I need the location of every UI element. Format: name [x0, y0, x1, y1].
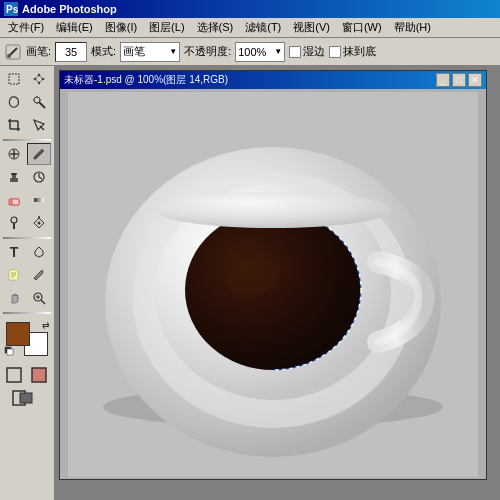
- svg-rect-47: [32, 368, 46, 382]
- menu-filter[interactable]: 滤镜(T): [239, 18, 287, 37]
- canvas-area: 未标器-1.psd @ 100%(图层 14,RGB) _ □ ✕: [55, 66, 500, 500]
- menu-help[interactable]: 帮助(H): [388, 18, 437, 37]
- tool-row-3: [2, 114, 52, 136]
- text-tool-icon: T: [10, 244, 19, 260]
- svg-rect-25: [11, 173, 17, 175]
- brush-size-input[interactable]: 35: [55, 42, 87, 62]
- svg-point-4: [7, 54, 11, 58]
- menu-select[interactable]: 选择(S): [191, 18, 240, 37]
- brush-tool[interactable]: [27, 143, 51, 165]
- opacity-select[interactable]: 100% ▼: [235, 42, 285, 62]
- brush-label: 画笔:: [26, 44, 51, 59]
- tool-divider-2: [3, 237, 51, 239]
- healing-tool[interactable]: [2, 143, 26, 165]
- magic-wand-tool[interactable]: [27, 91, 51, 113]
- options-bar: 画笔: 35 模式: 画笔 ▼ 不透明度: 100% ▼ 湿边 抹到底: [0, 38, 500, 66]
- app-icon: Ps: [4, 2, 18, 16]
- main-area: T: [0, 66, 500, 500]
- menu-file[interactable]: 文件(F): [2, 18, 50, 37]
- brush-icon: [4, 43, 22, 61]
- zoom-tool[interactable]: [27, 287, 51, 309]
- app-title: Adobe Photoshop: [22, 3, 117, 15]
- svg-marker-34: [35, 247, 43, 257]
- svg-point-30: [11, 217, 17, 223]
- document-titlebar: 未标器-1.psd @ 100%(图层 14,RGB) _ □ ✕: [60, 71, 486, 89]
- dodge-tool[interactable]: [2, 212, 26, 234]
- gradient-tool[interactable]: [27, 189, 51, 211]
- maximize-button[interactable]: □: [452, 73, 466, 87]
- airbrush-group: 抹到底: [329, 44, 376, 59]
- svg-point-56: [185, 210, 361, 370]
- eyedropper-tool[interactable]: [27, 264, 51, 286]
- svg-marker-6: [37, 73, 41, 85]
- text-tool[interactable]: T: [2, 241, 26, 263]
- tool-row-6: [2, 189, 52, 211]
- airbrush-label: 抹到底: [343, 44, 376, 59]
- wet-edges-label: 湿边: [303, 44, 325, 59]
- menu-edit[interactable]: 编辑(E): [50, 18, 99, 37]
- crop-tool[interactable]: [2, 114, 26, 136]
- tool-row-5: [2, 166, 52, 188]
- close-button[interactable]: ✕: [468, 73, 482, 87]
- menu-view[interactable]: 视图(V): [287, 18, 336, 37]
- standard-mode-btn[interactable]: [2, 364, 26, 386]
- tool-divider-1: [3, 139, 51, 141]
- svg-rect-5: [9, 74, 19, 84]
- mode-select[interactable]: 画笔 ▼: [120, 42, 180, 62]
- svg-rect-49: [20, 393, 32, 403]
- wet-edges-checkbox[interactable]: [289, 46, 301, 58]
- document-canvas: [60, 89, 486, 479]
- menu-window[interactable]: 窗口(W): [336, 18, 388, 37]
- shape-tool[interactable]: [27, 241, 51, 263]
- mode-dropdown-arrow: ▼: [169, 47, 177, 56]
- svg-marker-7: [33, 77, 45, 81]
- menu-layer[interactable]: 图层(L): [143, 18, 190, 37]
- notes-tool[interactable]: [2, 264, 26, 286]
- eraser-tool[interactable]: [2, 189, 26, 211]
- swap-colors-icon[interactable]: ⇄: [42, 320, 50, 330]
- coffee-cup-illustration: [68, 92, 478, 477]
- toolbox: T: [0, 66, 55, 500]
- slice-tool[interactable]: [27, 114, 51, 136]
- svg-point-61: [155, 192, 391, 228]
- tool-divider-3: [3, 312, 51, 314]
- quick-mask-btn[interactable]: [27, 364, 51, 386]
- wet-edges-group: 湿边: [289, 44, 325, 59]
- menu-image[interactable]: 图像(I): [99, 18, 143, 37]
- svg-text:Ps: Ps: [6, 4, 18, 15]
- svg-rect-28: [12, 199, 19, 205]
- airbrush-checkbox[interactable]: [329, 46, 341, 58]
- svg-rect-29: [34, 198, 44, 202]
- color-swatches: ⇄: [2, 318, 52, 360]
- stamp-tool[interactable]: [2, 166, 26, 188]
- svg-point-9: [34, 97, 40, 103]
- document-window: 未标器-1.psd @ 100%(图层 14,RGB) _ □ ✕: [59, 70, 487, 480]
- document-title: 未标器-1.psd @ 100%(图层 14,RGB): [64, 73, 228, 87]
- minimize-button[interactable]: _: [436, 73, 450, 87]
- lasso-tool[interactable]: [2, 91, 26, 113]
- opacity-label: 不透明度:: [184, 44, 231, 59]
- svg-line-8: [39, 102, 45, 108]
- screen-mode-row: [2, 387, 52, 409]
- svg-line-41: [41, 300, 45, 304]
- foreground-color-swatch[interactable]: [6, 322, 30, 346]
- history-tool[interactable]: [27, 166, 51, 188]
- hand-tool[interactable]: [2, 287, 26, 309]
- screen-mode-btn[interactable]: [2, 387, 52, 409]
- default-colors-icon[interactable]: [4, 346, 14, 358]
- menu-bar: 文件(F) 编辑(E) 图像(I) 图层(L) 选择(S) 滤镜(T) 视图(V…: [0, 18, 500, 38]
- document-controls: _ □ ✕: [436, 73, 482, 87]
- svg-rect-45: [7, 349, 13, 355]
- tool-row-4: [2, 143, 52, 165]
- title-bar: Ps Adobe Photoshop: [0, 0, 500, 18]
- move-tool[interactable]: [27, 68, 51, 90]
- svg-point-32: [38, 222, 41, 225]
- tool-row-2: [2, 91, 52, 113]
- marquee-tool[interactable]: [2, 68, 26, 90]
- quick-mask-row: [2, 364, 52, 386]
- tool-row-10: [2, 287, 52, 309]
- tool-row-7: [2, 212, 52, 234]
- mode-label: 模式:: [91, 44, 116, 59]
- tool-row-8: T: [2, 241, 52, 263]
- pen-tool[interactable]: [27, 212, 51, 234]
